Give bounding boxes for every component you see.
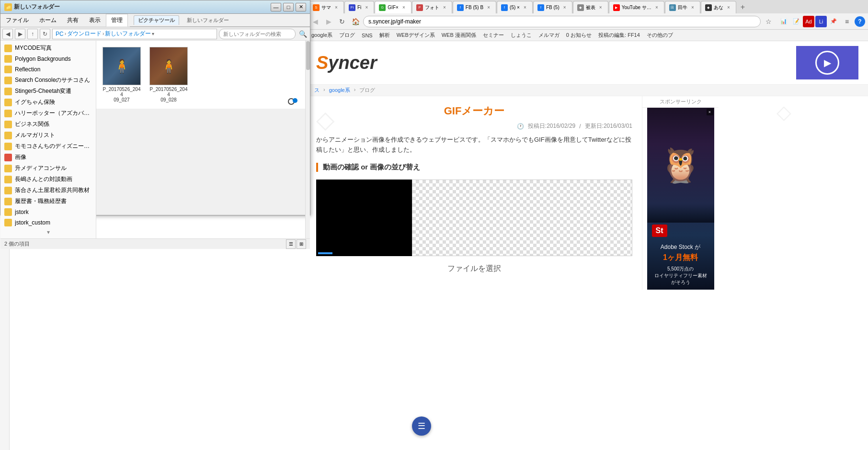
close-button[interactable]: ✕ xyxy=(296,3,306,11)
breadcrumb-folder[interactable]: 新しいフォルダー xyxy=(105,30,151,38)
sidebar-item-reflection[interactable]: Reflection xyxy=(0,64,96,75)
tab-view[interactable]: 表示 xyxy=(84,14,106,27)
scroll-thumb[interactable] xyxy=(306,41,310,70)
new-tab-button[interactable]: + xyxy=(739,3,747,11)
back-button[interactable]: ◀ xyxy=(2,29,13,39)
minimize-button[interactable]: — xyxy=(271,3,281,11)
help-button[interactable]: ? xyxy=(855,16,865,27)
bookmark-manga[interactable]: WEB 漫画関係 xyxy=(440,31,478,40)
tab-fb1[interactable]: f FB (5) B × xyxy=(453,1,496,13)
tab-manage[interactable]: 管理 xyxy=(106,14,128,27)
search-icon[interactable]: 🔍 xyxy=(297,29,308,39)
tab-youtube[interactable]: ▶ YouTube サ… × xyxy=(609,1,664,13)
bookmark-sns[interactable]: SNS xyxy=(360,32,375,39)
search-input[interactable] xyxy=(219,29,296,39)
sidebar-item-jstork-custom[interactable]: jstork_custom xyxy=(0,217,96,228)
bookmark-analysis[interactable]: 解析 xyxy=(377,31,392,40)
sidebar-item-ochiai[interactable]: 落合さん土屋君松原共同教材 xyxy=(0,185,96,196)
tab-close-ana[interactable]: × xyxy=(725,4,732,11)
refresh-button[interactable]: ↻ xyxy=(40,29,50,39)
star-button[interactable]: ☆ xyxy=(763,16,774,27)
list-item[interactable]: 🧍 P_20170526_204409_027 xyxy=(100,45,143,105)
tab-close-fb3[interactable]: × xyxy=(561,4,568,11)
breadcrumb-downloads[interactable]: ダウンロード xyxy=(67,30,102,38)
ad-banner[interactable]: 🦉 St Adobe Stock が 1ヶ月無料 5,500万点の ロイヤリティ… xyxy=(647,108,714,290)
sidebar-item-media[interactable]: 升メディアコンサル xyxy=(0,163,96,174)
tab-close-tagushi[interactable]: × xyxy=(689,4,696,11)
tab-photo[interactable]: P フォト × xyxy=(412,1,452,13)
sidebar-item-stinger5[interactable]: Stinger5-Cheetah変遷 xyxy=(0,86,96,97)
extension-icon-1[interactable]: 📊 xyxy=(778,16,789,27)
vertical-scrollbar[interactable] xyxy=(305,41,310,238)
sidebar-item-harry[interactable]: ハリーポッター（アズカバン） xyxy=(0,108,96,119)
forward-button[interactable]: ▶ xyxy=(15,29,25,39)
page-breadcrumb: ス › google系 › ブログ xyxy=(307,85,868,96)
extension-icon-5[interactable]: 📌 xyxy=(828,16,839,27)
play-button-icon[interactable]: ▶ xyxy=(815,51,839,75)
address-bar-input[interactable] xyxy=(363,16,761,27)
sidebar-item-business[interactable]: ビジネス関係 xyxy=(0,119,96,130)
breadcrumb[interactable]: PC › ダウンロード › 新しいフォルダー ▾ xyxy=(52,29,217,39)
sidebar-item-images[interactable]: 画像 xyxy=(0,152,96,163)
upload-drop-zone[interactable] xyxy=(412,180,632,256)
bookmark-seminar[interactable]: セミナー xyxy=(481,31,506,40)
up-button[interactable]: ↑ xyxy=(27,29,38,39)
breadcrumb-link2[interactable]: google系 xyxy=(329,87,350,94)
tab-close-sama[interactable]: × xyxy=(333,4,340,11)
tab-file[interactable]: ファイル xyxy=(0,14,34,27)
bookmark-webdesign[interactable]: WEBデザイン系 xyxy=(395,31,437,40)
bookmark-shoko[interactable]: しょうこ xyxy=(509,31,534,40)
breadcrumb-pc[interactable]: PC xyxy=(56,31,64,37)
tab-fi[interactable]: Fi Fi × xyxy=(344,1,374,13)
grid-view-button[interactable]: ⊞ xyxy=(297,239,306,249)
tab-close-gif[interactable]: × xyxy=(400,4,407,11)
extension-icon-4[interactable]: Li xyxy=(815,16,827,27)
breadcrumb-link[interactable]: ス xyxy=(314,87,320,94)
explorer-address-bar: ◀ ▶ ↑ ↻ PC › ダウンロード › 新しいフォルダー ▾ 🔍 xyxy=(0,27,310,41)
tab-fb2[interactable]: f (5) × × xyxy=(497,1,533,13)
sidebar-item-polygon[interactable]: Polygon Backgrounds xyxy=(0,54,96,64)
back-browser-button[interactable]: ◀ xyxy=(309,16,321,27)
tab-close-photo[interactable]: × xyxy=(441,4,448,11)
tab-share[interactable]: 共有 xyxy=(62,14,84,27)
bookmark-mailmag[interactable]: メルマガ xyxy=(537,31,561,40)
tab-tagushi[interactable]: 田 田牛 × xyxy=(665,1,700,13)
refresh-browser-button[interactable]: ↻ xyxy=(336,16,348,27)
tab-close-fb1[interactable]: × xyxy=(485,4,492,11)
tab-home[interactable]: ホーム xyxy=(34,14,62,27)
extension-icon-3[interactable]: Ad xyxy=(803,16,814,27)
sidebar-item-mycode[interactable]: MYCODE写真 xyxy=(0,43,96,54)
ad-close-button[interactable]: × xyxy=(707,109,713,115)
tab-ana[interactable]: ◆ あな × xyxy=(701,1,736,13)
new-folder-ribbon-btn[interactable]: 新しいフォルダー xyxy=(187,17,229,24)
home-browser-button[interactable]: 🏠 xyxy=(350,16,361,27)
list-item[interactable]: 🧍 P_20170526_204409_028 xyxy=(147,45,190,105)
list-view-button[interactable]: ☰ xyxy=(286,239,296,249)
forward-browser-button[interactable]: ▶ xyxy=(323,16,334,27)
sidebar-item-resume[interactable]: 履歴書・職務経歴書 xyxy=(0,196,96,207)
sidebar-item-jstork[interactable]: jstork xyxy=(0,207,96,217)
folder-icon xyxy=(4,176,12,183)
tab-close-youtube[interactable]: × xyxy=(653,4,660,11)
floating-menu-button[interactable]: ☰ xyxy=(412,416,431,436)
bookmark-google[interactable]: google系 xyxy=(309,31,334,40)
tab-close-fi[interactable]: × xyxy=(363,4,370,11)
extension-icon-2[interactable]: 📝 xyxy=(790,16,802,27)
bookmark-other[interactable]: その他のブ xyxy=(645,31,675,40)
sidebar-item-mailmag[interactable]: メルマガリスト xyxy=(0,130,96,141)
tab-hihyo[interactable]: ◆ 被表 × xyxy=(573,1,608,13)
bookmark-notice[interactable]: 0 お知らせ xyxy=(564,31,594,40)
tab-sama[interactable]: S サマ × xyxy=(308,1,344,13)
tab-close-hihyo[interactable]: × xyxy=(597,4,604,11)
tab-gif[interactable]: G GIF× × xyxy=(375,1,411,13)
sidebar-item-iguchan[interactable]: イグちゃん保険 xyxy=(0,97,96,108)
tab-close-fb2[interactable]: × xyxy=(522,4,528,11)
sidebar-item-searchconsole[interactable]: Search Consoleのサチコさん xyxy=(0,75,96,86)
maximize-button[interactable]: □ xyxy=(283,3,294,11)
bookmark-ff14[interactable]: 投稿の編集: FF14 xyxy=(596,31,642,40)
bookmark-blog[interactable]: ブログ xyxy=(337,31,357,40)
sidebar-item-momoko[interactable]: モモコさんちのディズニー（親子でデ xyxy=(0,141,96,152)
menu-button[interactable]: ≡ xyxy=(841,16,853,27)
tab-fb3[interactable]: f FB (5) × xyxy=(533,1,572,13)
sidebar-item-nagashima[interactable]: 長嶋さんとの対談動画 xyxy=(0,174,96,185)
